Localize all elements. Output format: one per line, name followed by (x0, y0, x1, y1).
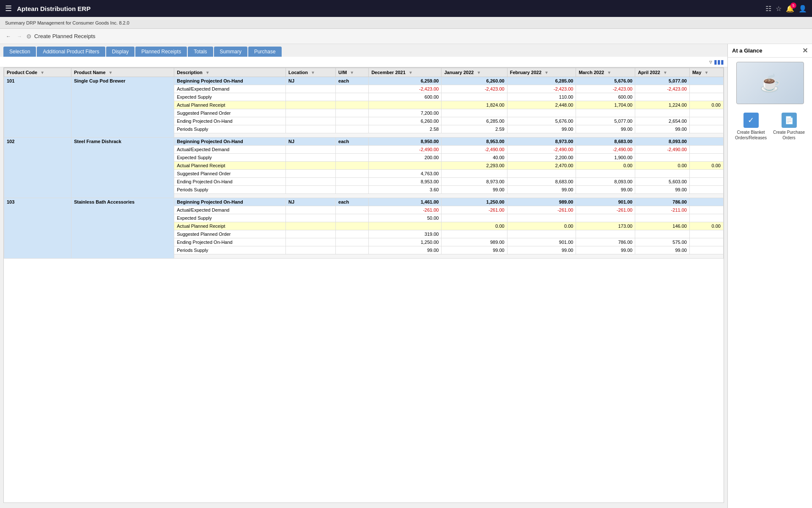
at-a-glance-title: At a Glance (732, 47, 763, 54)
dec-cell: 8,950.00 (369, 138, 442, 146)
um-cell: each (336, 138, 369, 146)
apr-cell: 0.00 (635, 162, 690, 170)
um-cell (336, 186, 369, 194)
apr-cell: 99.00 (635, 125, 690, 133)
dec-cell: 8,953.00 (369, 178, 442, 186)
breadcrumb-area: ← → ⚙ Create Planned Receipts (0, 29, 812, 44)
mar-cell: 1,704.00 (576, 101, 635, 109)
location-cell (286, 85, 336, 93)
apr-cell (635, 230, 690, 238)
col-um[interactable]: U/M ▼ (336, 68, 369, 77)
apr-cell: 99.00 (635, 246, 690, 254)
user-icon[interactable]: 👤 (798, 5, 807, 13)
action-buttons-group: ✓ Create Blanket Orders/Releases 📄 Creat… (728, 108, 812, 145)
mar-cell: 99.00 (576, 125, 635, 133)
location-cell (286, 214, 336, 222)
feb-cell: 99.00 (507, 125, 576, 133)
apr-cell (635, 109, 690, 117)
create-blanket-orders-button[interactable]: ✓ Create Blanket Orders/Releases (734, 113, 768, 141)
settings-icon[interactable]: ⚙ (26, 33, 32, 40)
col-apr-2022[interactable]: April 2022 ▼ (635, 68, 690, 77)
tab-totals[interactable]: Totals (188, 47, 213, 57)
tab-planned-receipts[interactable]: Planned Receipts (135, 47, 187, 57)
tab-selection[interactable]: Selection (3, 47, 36, 57)
um-cell (336, 162, 369, 170)
col-dec-2021[interactable]: December 2021 ▼ (369, 68, 442, 77)
main-layout: Selection Additional Product Filters Dis… (0, 44, 812, 508)
description-cell: Expected Supply (174, 154, 286, 162)
forward-button[interactable]: → (15, 32, 24, 41)
col-description[interactable]: Description ▼ (174, 68, 286, 77)
product-name-cell: Single Cup Pod Brewer (71, 77, 174, 138)
feb-cell: 901.00 (507, 238, 576, 246)
mar-cell: 0.00 (576, 162, 635, 170)
dec-cell: 2.58 (369, 125, 442, 133)
um-cell: each (336, 77, 369, 85)
location-cell (286, 206, 336, 214)
description-cell: Beginning Projected On-Hand (174, 198, 286, 206)
feb-cell: 2,200.00 (507, 154, 576, 162)
col-location[interactable]: Location ▼ (286, 68, 336, 77)
grid-icon[interactable]: ☷ (765, 5, 771, 13)
jan-cell: 99.00 (442, 246, 507, 254)
location-cell (286, 146, 336, 154)
grid-view-icon[interactable]: ▮▮▮ (714, 58, 724, 65)
jan-cell (442, 230, 507, 238)
mar-cell: 8,093.00 (576, 178, 635, 186)
close-panel-button[interactable]: ✕ (802, 47, 808, 55)
mar-cell: 901.00 (576, 198, 635, 206)
dec-cell: 7,200.00 (369, 109, 442, 117)
description-cell: Suggested Planned Order (174, 170, 286, 178)
col-product-name[interactable]: Product Name ▼ (71, 68, 174, 77)
feb-cell: 8,973.00 (507, 138, 576, 146)
apr-cell (635, 170, 690, 178)
col-mar-2022[interactable]: March 2022 ▼ (576, 68, 635, 77)
star-icon[interactable]: ☆ (776, 5, 782, 13)
list-view-icon[interactable]: ▿ (709, 58, 712, 65)
may-cell: 0.00 (689, 101, 723, 109)
mar-cell (576, 109, 635, 117)
data-table-container[interactable]: Product Code ▼ Product Name ▼ Descriptio… (3, 67, 724, 503)
mar-cell: 99.00 (576, 246, 635, 254)
apr-cell (635, 154, 690, 162)
may-cell (689, 125, 723, 133)
dec-cell (369, 101, 442, 109)
tab-display[interactable]: Display (106, 47, 134, 57)
description-cell: Beginning Projected On-Hand (174, 77, 286, 85)
um-cell (336, 154, 369, 162)
col-product-code[interactable]: Product Code ▼ (4, 68, 71, 77)
tab-purchase[interactable]: Purchase (248, 47, 282, 57)
hamburger-menu[interactable]: ☰ (5, 4, 12, 13)
horizontal-scrollbar[interactable] (0, 503, 727, 508)
col-feb-2022[interactable]: February 2022 ▼ (507, 68, 576, 77)
jan-cell: 989.00 (442, 238, 507, 246)
mar-cell: 5,077.00 (576, 117, 635, 125)
col-may-2022[interactable]: May ▼ (689, 68, 723, 77)
create-purchase-orders-button[interactable]: 📄 Create Purchase Orders (772, 113, 806, 141)
jan-cell: 6,285.00 (442, 117, 507, 125)
um-cell (336, 101, 369, 109)
apr-cell: 575.00 (635, 238, 690, 246)
description-cell: Actual Planned Receipt (174, 101, 286, 109)
may-cell: 0.00 (689, 162, 723, 170)
apr-cell: 2,654.00 (635, 117, 690, 125)
back-button[interactable]: ← (4, 32, 13, 41)
um-cell (336, 125, 369, 133)
dec-cell: 6,260.00 (369, 117, 442, 125)
apr-cell: 5,077.00 (635, 77, 690, 85)
col-jan-2022[interactable]: January 2022 ▼ (442, 68, 507, 77)
apr-cell (635, 214, 690, 222)
may-cell (689, 170, 723, 178)
location-cell (286, 170, 336, 178)
tab-additional-product-filters[interactable]: Additional Product Filters (37, 47, 105, 57)
jan-cell: 6,260.00 (442, 77, 507, 85)
purchase-orders-label: Create Purchase Orders (772, 130, 806, 141)
um-cell (336, 214, 369, 222)
tab-summary[interactable]: Summary (214, 47, 247, 57)
dec-cell: -2,423.00 (369, 85, 442, 93)
mar-cell: 1,900.00 (576, 154, 635, 162)
location-cell (286, 101, 336, 109)
may-cell (689, 77, 723, 85)
apr-cell: 99.00 (635, 186, 690, 194)
notification-bell[interactable]: 🔔 5 (786, 5, 794, 13)
